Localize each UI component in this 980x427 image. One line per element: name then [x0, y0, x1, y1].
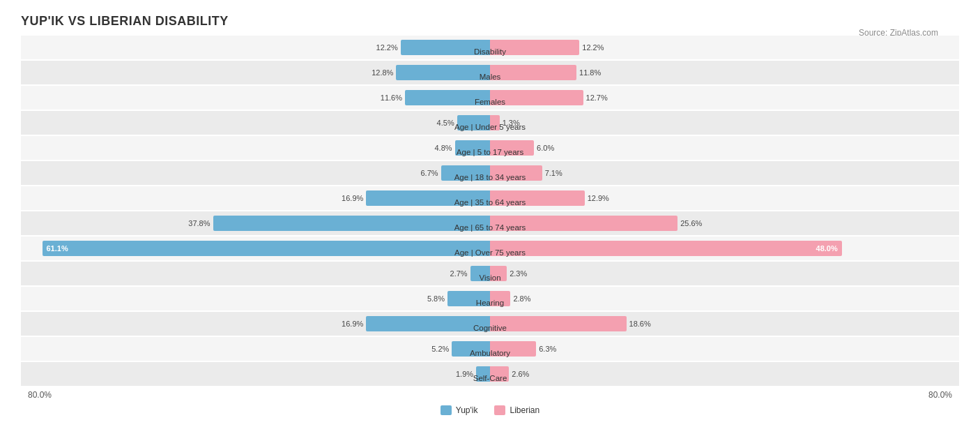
- val-right: 11.8%: [579, 68, 601, 77]
- val-right: 25.6%: [680, 219, 702, 227]
- val-left: 1.9%: [456, 370, 473, 378]
- bar-left-container: 1.9%: [21, 366, 490, 382]
- bar-left: 5.8%: [447, 291, 490, 306]
- val-left: 12.8%: [372, 68, 393, 77]
- table-row: 2.7% Vision 2.3%: [21, 262, 959, 285]
- val-right: 12.9%: [588, 194, 609, 202]
- bar-right: 7.1%: [490, 165, 542, 181]
- bar-right-container: 12.9%: [490, 190, 959, 206]
- val-left: 5.2%: [431, 345, 449, 353]
- val-right: 6.3%: [539, 345, 556, 353]
- val-right: 12.2%: [582, 43, 604, 52]
- bar-right: 2.6%: [490, 366, 509, 382]
- bar-right: 6.0%: [490, 140, 534, 156]
- table-row: 5.2% Ambulatory 6.3%: [21, 337, 959, 361]
- bar-left: 6.7%: [441, 165, 490, 181]
- val-left: 37.8%: [188, 219, 210, 227]
- bar-left: 4.5%: [457, 115, 490, 130]
- table-row: 4.5% Age | Under 5 years 1.3%: [21, 111, 959, 135]
- bar-left: 1.9%: [476, 366, 490, 382]
- chart-container: 12.2% Disability 12.2% 12.8% Males: [21, 36, 959, 415]
- rows-wrapper: 12.2% Disability 12.2% 12.8% Males: [21, 36, 959, 386]
- val-left: 4.8%: [434, 144, 452, 152]
- bar-left-container: 5.2%: [21, 341, 490, 357]
- val-right: 2.8%: [513, 294, 530, 303]
- bar-right: 1.3%: [490, 115, 500, 130]
- bar-left-container: 2.7%: [21, 266, 490, 281]
- bar-right: 2.3%: [490, 266, 507, 281]
- bar-right-container: 48.0%: [490, 241, 959, 256]
- table-row: 37.8% Age | 65 to 74 years 25.6%: [21, 211, 959, 235]
- bar-right-container: 1.3%: [490, 115, 959, 130]
- bar-left-container: 12.8%: [21, 65, 490, 80]
- val-right: 12.7%: [586, 93, 608, 102]
- table-row: 16.9% Age | 35 to 64 years 12.9%: [21, 186, 959, 210]
- legend-item-left: Yup'ik: [441, 405, 478, 415]
- legend-box-left: [441, 405, 452, 415]
- bar-left: 12.8%: [396, 65, 490, 80]
- bar-left: 37.8%: [213, 216, 490, 231]
- bar-left-container: 11.6%: [21, 90, 490, 105]
- bar-right: 2.8%: [490, 291, 510, 306]
- val-right: 6.0%: [537, 144, 554, 152]
- legend-box-right: [494, 405, 505, 415]
- chart-title: YUP'IK VS LIBERIAN DISABILITY: [21, 14, 959, 29]
- bar-right: 12.2%: [490, 40, 579, 55]
- bar-right-container: 25.6%: [490, 216, 959, 231]
- val-right: 18.6%: [629, 320, 651, 328]
- bar-left: 2.7%: [470, 266, 490, 281]
- bar-right: 12.9%: [490, 190, 585, 206]
- val-left: 2.7%: [450, 269, 468, 278]
- val-left: 16.9%: [342, 194, 363, 202]
- bar-right: 25.6%: [490, 216, 677, 231]
- table-row: 5.8% Hearing 2.8%: [21, 287, 959, 310]
- bar-left: 12.2%: [401, 40, 490, 55]
- table-row: 1.9% Self-Care 2.6%: [21, 362, 959, 386]
- bar-right: 18.6%: [490, 316, 627, 331]
- bar-left: 11.6%: [405, 90, 490, 105]
- table-row: 61.1% Age | Over 75 years 48.0%: [21, 237, 959, 260]
- val-left: 11.6%: [381, 93, 402, 102]
- table-row: 12.2% Disability 12.2%: [21, 36, 959, 59]
- bar-right-container: 2.8%: [490, 291, 959, 306]
- val-left: 16.9%: [342, 320, 363, 328]
- bar-left: 61.1%: [43, 241, 491, 256]
- bar-left: 5.2%: [452, 341, 490, 357]
- bar-right-container: 2.3%: [490, 266, 959, 281]
- bar-left-container: 16.9%: [21, 190, 490, 206]
- bar-right-container: 11.8%: [490, 65, 959, 80]
- bar-left: 16.9%: [366, 190, 490, 206]
- val-right: 2.3%: [510, 269, 527, 278]
- table-row: 12.8% Males 11.8%: [21, 61, 959, 84]
- table-row: 6.7% Age | 18 to 34 years 7.1%: [21, 161, 959, 185]
- bar-right-container: 6.3%: [490, 341, 959, 357]
- val-left-inside: 61.1%: [47, 244, 68, 253]
- val-right-inside: 48.0%: [816, 244, 838, 253]
- bar-left-container: 12.2%: [21, 40, 490, 55]
- val-left: 5.8%: [427, 294, 445, 303]
- axis-right: 80.0%: [490, 390, 959, 400]
- axis-row: 80.0% 80.0%: [21, 390, 959, 400]
- val-right: 7.1%: [545, 169, 562, 177]
- bar-right: 6.3%: [490, 341, 536, 357]
- table-row: 11.6% Females 12.7%: [21, 86, 959, 110]
- bar-right-container: 12.7%: [490, 90, 959, 105]
- val-left: 6.7%: [420, 169, 438, 177]
- val-right: 2.6%: [512, 370, 529, 378]
- legend: Yup'ik Liberian: [21, 405, 959, 415]
- bar-right-container: 18.6%: [490, 316, 959, 331]
- table-row: 4.8% Age | 5 to 17 years 6.0%: [21, 136, 959, 160]
- bar-right: 11.8%: [490, 65, 576, 80]
- bar-left-container: 61.1%: [21, 241, 490, 256]
- bar-right: 12.7%: [490, 90, 583, 105]
- bar-left-container: 5.8%: [21, 291, 490, 306]
- bar-right-container: 7.1%: [490, 165, 959, 181]
- bar-right: 48.0%: [490, 241, 842, 256]
- val-left: 4.5%: [437, 119, 454, 127]
- bar-left-container: 4.5%: [21, 115, 490, 130]
- bar-left-container: 6.7%: [21, 165, 490, 181]
- legend-label-left: Yup'ik: [456, 405, 478, 415]
- bar-left-container: 16.9%: [21, 316, 490, 331]
- legend-label-right: Liberian: [510, 405, 539, 415]
- bar-left: 16.9%: [366, 316, 490, 331]
